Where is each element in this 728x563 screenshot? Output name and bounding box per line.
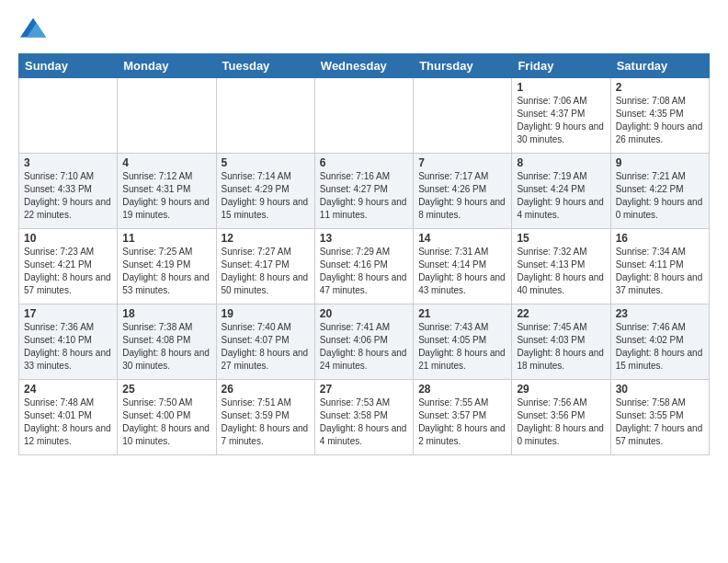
- day-info: Sunrise: 7:38 AM Sunset: 4:08 PM Dayligh…: [122, 321, 210, 373]
- day-info: Sunrise: 7:14 AM Sunset: 4:29 PM Dayligh…: [222, 170, 310, 222]
- day-info: Sunrise: 7:08 AM Sunset: 4:35 PM Dayligh…: [616, 95, 704, 146]
- calendar-cell: 29Sunrise: 7:56 AM Sunset: 3:56 PM Dayli…: [512, 380, 610, 455]
- day-number: 27: [320, 383, 408, 396]
- day-number: 29: [517, 383, 605, 396]
- day-number: 28: [418, 383, 506, 396]
- day-info: Sunrise: 7:41 AM Sunset: 4:06 PM Dayligh…: [320, 321, 408, 373]
- calendar-cell: [414, 78, 512, 154]
- day-number: 18: [122, 307, 210, 320]
- weekday-header: Friday: [512, 54, 610, 78]
- calendar-cell: 25Sunrise: 7:50 AM Sunset: 4:00 PM Dayli…: [118, 380, 216, 455]
- day-info: Sunrise: 7:17 AM Sunset: 4:26 PM Dayligh…: [418, 170, 506, 222]
- day-info: Sunrise: 7:10 AM Sunset: 4:33 PM Dayligh…: [24, 170, 112, 222]
- calendar-cell: 12Sunrise: 7:27 AM Sunset: 4:17 PM Dayli…: [216, 229, 314, 304]
- day-number: 30: [616, 383, 704, 396]
- day-number: 22: [517, 307, 605, 320]
- calendar-cell: 9Sunrise: 7:21 AM Sunset: 4:22 PM Daylig…: [610, 154, 709, 229]
- logo-icon: [20, 15, 46, 40]
- calendar-cell: 26Sunrise: 7:51 AM Sunset: 3:59 PM Dayli…: [216, 380, 314, 455]
- day-number: 3: [24, 156, 112, 169]
- calendar-cell: [314, 78, 413, 154]
- calendar-cell: 19Sunrise: 7:40 AM Sunset: 4:07 PM Dayli…: [216, 304, 314, 380]
- day-info: Sunrise: 7:55 AM Sunset: 3:57 PM Dayligh…: [418, 396, 506, 448]
- calendar-cell: 23Sunrise: 7:46 AM Sunset: 4:02 PM Dayli…: [610, 304, 709, 380]
- weekday-header: Saturday: [610, 54, 709, 78]
- day-info: Sunrise: 7:19 AM Sunset: 4:24 PM Dayligh…: [517, 170, 605, 222]
- day-info: Sunrise: 7:45 AM Sunset: 4:03 PM Dayligh…: [517, 321, 605, 373]
- header: [18, 15, 710, 44]
- calendar-cell: 16Sunrise: 7:34 AM Sunset: 4:11 PM Dayli…: [610, 229, 709, 304]
- day-info: Sunrise: 7:23 AM Sunset: 4:21 PM Dayligh…: [24, 246, 112, 297]
- calendar-cell: 11Sunrise: 7:25 AM Sunset: 4:19 PM Dayli…: [118, 229, 216, 304]
- weekday-header: Thursday: [414, 54, 512, 78]
- day-info: Sunrise: 7:27 AM Sunset: 4:17 PM Dayligh…: [222, 246, 310, 297]
- calendar: SundayMondayTuesdayWednesdayThursdayFrid…: [18, 53, 710, 455]
- day-info: Sunrise: 7:32 AM Sunset: 4:13 PM Dayligh…: [517, 246, 605, 297]
- day-number: 15: [517, 232, 605, 245]
- day-number: 17: [24, 307, 112, 320]
- day-info: Sunrise: 7:50 AM Sunset: 4:00 PM Dayligh…: [122, 396, 210, 448]
- day-info: Sunrise: 7:46 AM Sunset: 4:02 PM Dayligh…: [616, 321, 704, 373]
- calendar-cell: 4Sunrise: 7:12 AM Sunset: 4:31 PM Daylig…: [118, 154, 216, 229]
- calendar-cell: [216, 78, 314, 154]
- day-info: Sunrise: 7:48 AM Sunset: 4:01 PM Dayligh…: [24, 396, 112, 448]
- calendar-cell: [19, 78, 118, 154]
- calendar-cell: 14Sunrise: 7:31 AM Sunset: 4:14 PM Dayli…: [414, 229, 512, 304]
- calendar-cell: [118, 78, 216, 154]
- calendar-cell: 5Sunrise: 7:14 AM Sunset: 4:29 PM Daylig…: [216, 154, 314, 229]
- calendar-cell: 15Sunrise: 7:32 AM Sunset: 4:13 PM Dayli…: [512, 229, 610, 304]
- day-number: 9: [616, 156, 704, 169]
- day-info: Sunrise: 7:31 AM Sunset: 4:14 PM Dayligh…: [418, 246, 506, 297]
- day-info: Sunrise: 7:56 AM Sunset: 3:56 PM Dayligh…: [517, 396, 605, 448]
- day-number: 2: [616, 81, 704, 94]
- weekday-header: Monday: [118, 54, 216, 78]
- day-info: Sunrise: 7:12 AM Sunset: 4:31 PM Dayligh…: [122, 170, 210, 222]
- day-number: 16: [616, 232, 704, 245]
- calendar-cell: 22Sunrise: 7:45 AM Sunset: 4:03 PM Dayli…: [512, 304, 610, 380]
- calendar-cell: 30Sunrise: 7:58 AM Sunset: 3:55 PM Dayli…: [610, 380, 709, 455]
- day-number: 6: [320, 156, 408, 169]
- calendar-cell: 18Sunrise: 7:38 AM Sunset: 4:08 PM Dayli…: [118, 304, 216, 380]
- calendar-cell: 6Sunrise: 7:16 AM Sunset: 4:27 PM Daylig…: [314, 154, 413, 229]
- logo: [18, 15, 46, 44]
- day-number: 19: [222, 307, 310, 320]
- day-number: 13: [320, 232, 408, 245]
- day-number: 21: [418, 307, 506, 320]
- day-info: Sunrise: 7:40 AM Sunset: 4:07 PM Dayligh…: [222, 321, 310, 373]
- day-info: Sunrise: 7:34 AM Sunset: 4:11 PM Dayligh…: [616, 246, 704, 297]
- calendar-cell: 1Sunrise: 7:06 AM Sunset: 4:37 PM Daylig…: [512, 78, 610, 154]
- day-info: Sunrise: 7:43 AM Sunset: 4:05 PM Dayligh…: [418, 321, 506, 373]
- day-number: 26: [222, 383, 310, 396]
- weekday-header: Sunday: [19, 54, 118, 78]
- calendar-cell: 27Sunrise: 7:53 AM Sunset: 3:58 PM Dayli…: [314, 380, 413, 455]
- day-number: 23: [616, 307, 704, 320]
- weekday-header: Wednesday: [314, 54, 413, 78]
- day-number: 24: [24, 383, 112, 396]
- calendar-cell: 21Sunrise: 7:43 AM Sunset: 4:05 PM Dayli…: [414, 304, 512, 380]
- day-info: Sunrise: 7:58 AM Sunset: 3:55 PM Dayligh…: [616, 396, 704, 448]
- day-info: Sunrise: 7:53 AM Sunset: 3:58 PM Dayligh…: [320, 396, 408, 448]
- day-number: 4: [122, 156, 210, 169]
- day-info: Sunrise: 7:16 AM Sunset: 4:27 PM Dayligh…: [320, 170, 408, 222]
- day-number: 5: [222, 156, 310, 169]
- day-info: Sunrise: 7:06 AM Sunset: 4:37 PM Dayligh…: [517, 95, 605, 146]
- day-info: Sunrise: 7:21 AM Sunset: 4:22 PM Dayligh…: [616, 170, 704, 222]
- day-info: Sunrise: 7:25 AM Sunset: 4:19 PM Dayligh…: [122, 246, 210, 297]
- day-number: 10: [24, 232, 112, 245]
- calendar-cell: 17Sunrise: 7:36 AM Sunset: 4:10 PM Dayli…: [19, 304, 118, 380]
- day-number: 8: [517, 156, 605, 169]
- calendar-cell: 10Sunrise: 7:23 AM Sunset: 4:21 PM Dayli…: [19, 229, 118, 304]
- day-number: 25: [122, 383, 210, 396]
- calendar-cell: 13Sunrise: 7:29 AM Sunset: 4:16 PM Dayli…: [314, 229, 413, 304]
- day-info: Sunrise: 7:29 AM Sunset: 4:16 PM Dayligh…: [320, 246, 408, 297]
- page: SundayMondayTuesdayWednesdayThursdayFrid…: [0, 0, 728, 465]
- day-info: Sunrise: 7:36 AM Sunset: 4:10 PM Dayligh…: [24, 321, 112, 373]
- calendar-cell: 28Sunrise: 7:55 AM Sunset: 3:57 PM Dayli…: [414, 380, 512, 455]
- calendar-cell: 24Sunrise: 7:48 AM Sunset: 4:01 PM Dayli…: [19, 380, 118, 455]
- day-number: 11: [122, 232, 210, 245]
- calendar-cell: 3Sunrise: 7:10 AM Sunset: 4:33 PM Daylig…: [19, 154, 118, 229]
- day-number: 1: [517, 81, 605, 94]
- calendar-cell: 8Sunrise: 7:19 AM Sunset: 4:24 PM Daylig…: [512, 154, 610, 229]
- day-number: 14: [418, 232, 506, 245]
- calendar-cell: 7Sunrise: 7:17 AM Sunset: 4:26 PM Daylig…: [414, 154, 512, 229]
